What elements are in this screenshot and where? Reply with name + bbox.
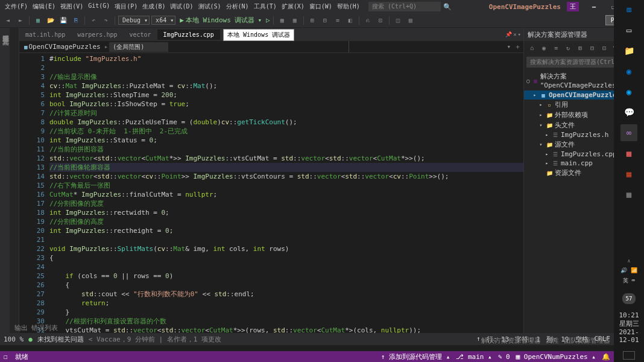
zoom-level[interactable]: 100 %	[4, 335, 24, 343]
bottom-bar: ☐ 就绪 ↑ 添加到源代码管理 ▴ ⎇ main ▴ ✎ 0 ▦ OpenCVN…	[0, 351, 614, 362]
edge2-icon[interactable]: ◉	[620, 83, 637, 100]
ppt-icon[interactable]: ▦	[620, 165, 637, 182]
edge-icon[interactable]: ◉	[620, 63, 637, 80]
notification-count[interactable]: 57	[622, 293, 636, 304]
open-icon[interactable]: 📂	[45, 15, 56, 26]
tab-vector[interactable]: vector	[123, 30, 157, 40]
tb-icon[interactable]: ▦	[277, 15, 288, 26]
menu-编辑(E)[interactable]: 编辑(E)	[30, 1, 58, 12]
saveall-icon[interactable]: ⎘	[71, 15, 81, 26]
menu-测试(S)[interactable]: 测试(S)	[196, 1, 224, 12]
tb-icon[interactable]: ◫	[393, 15, 403, 26]
close-tab-icon[interactable]: ✕	[513, 31, 516, 37]
search-box[interactable]: 搜索 (Ctrl+Q)	[368, 2, 441, 11]
tb-icon[interactable]: ⊞	[307, 15, 318, 26]
tool-icon[interactable]: ⊟	[587, 42, 598, 53]
menu-扩展(X)[interactable]: 扩展(X)	[279, 1, 307, 12]
code-editor[interactable]: 1234567891011121314151617181920212223242…	[19, 53, 523, 334]
run-button[interactable]: ▶本地 Windows 调试器▾	[177, 15, 264, 25]
tool-icon[interactable]: ⊞	[575, 42, 586, 53]
vs-icon[interactable]: ∞	[620, 124, 637, 141]
minimize-button[interactable]: ━	[585, 4, 603, 10]
menu-调试(D)[interactable]: 调试(D)	[168, 1, 195, 12]
tb-icon[interactable]: ⊟	[320, 15, 330, 26]
notif-icon[interactable]	[623, 351, 635, 360]
platform-dropdown[interactable]: x64	[151, 16, 175, 25]
tab-ImgPuzzles.cpp[interactable]: ImgPuzzles.cpp	[157, 30, 220, 40]
tb-icon[interactable]: ▦	[289, 15, 300, 26]
bc-dropdown-icon[interactable]: ▾	[507, 43, 511, 51]
clock[interactable]: 10:21 星期三 2021-12-01	[614, 308, 644, 348]
tool-icon[interactable]: ◉	[538, 42, 549, 53]
tb-icon[interactable]: ⎌	[362, 15, 373, 26]
left-toolwindow-tabs[interactable]: 服务器资源管理工具箱	[0, 28, 10, 334]
ready-icon: ☐	[4, 353, 8, 361]
output-tab[interactable]: 输出	[14, 323, 28, 334]
back-icon[interactable]: ◄	[2, 15, 13, 26]
tb-icon[interactable]: ≡	[332, 15, 343, 26]
repo-icon[interactable]: ⎇ main ▴	[456, 353, 491, 361]
bc-scope-dropdown[interactable]: (全局范围)	[109, 42, 168, 52]
menu-生成(B)[interactable]: 生成(B)	[140, 1, 168, 12]
menu-文件(F)[interactable]: 文件(F)	[2, 1, 30, 12]
menu-工具(T)[interactable]: 工具(T)	[251, 1, 279, 12]
app-icon[interactable]: ▦	[620, 186, 637, 203]
run-noDebug-icon[interactable]: ▷	[266, 16, 270, 24]
menu-帮助(H)[interactable]: 帮助(H)	[335, 1, 362, 12]
home-icon[interactable]: ⌂	[526, 42, 537, 53]
windows-taskbar: ⊞ ▭ 📁 ◉ ◉ 💬 ∞ ▦ ▦ ▦ ∧ 🔊 📶 英 ⌨ 57 10:21 星…	[614, 0, 644, 362]
breadcrumb: ▦OpenCVImagePuzzles ▸ (全局范围) ▾ ＋	[19, 41, 523, 53]
dropdown-icon[interactable]: ▾	[518, 31, 521, 37]
wechat-icon[interactable]: 💬	[620, 104, 637, 121]
collapsed-panel[interactable]	[10, 28, 19, 334]
redo-icon[interactable]: ↷	[101, 15, 112, 26]
repo-name[interactable]: ▦ OpenCVNumPuzzles ▴	[516, 353, 596, 361]
rtab[interactable]: 属性	[546, 336, 559, 345]
toolbar: ◄ ► ▦ 📂 💾 ⎘ ↶ ↷ Debug x64 ▶本地 Windows 调试…	[0, 13, 644, 28]
tb-icon[interactable]: ▧	[405, 15, 416, 26]
rtab[interactable]: 解决方案资源管理器	[481, 336, 541, 345]
tooltip: 本地 Windows 调试器	[223, 29, 294, 41]
explorer-icon[interactable]: 📁	[620, 42, 637, 59]
user-badge[interactable]: 王	[567, 2, 579, 11]
bc-project[interactable]: ▦OpenCVImagePuzzles	[22, 42, 103, 51]
title-bar: 文件(F)编辑(E)视图(V)Git(G)项目(P)生成(B)调试(D)测试(S…	[0, 0, 644, 13]
rtab[interactable]: 团队资源管理器	[564, 336, 610, 345]
taskview-icon[interactable]: ▭	[620, 22, 637, 39]
new-icon[interactable]: ▦	[33, 15, 43, 26]
menu-窗口(W)[interactable]: 窗口(W)	[307, 1, 335, 12]
search-icon[interactable]: 🔍	[443, 3, 452, 11]
pin-icon[interactable]: 📌	[505, 31, 512, 37]
win-start-icon[interactable]: ⊞	[620, 1, 637, 18]
errors-tab[interactable]: 错误列表	[31, 323, 58, 334]
tool-icon[interactable]: ≡	[551, 42, 561, 53]
save-icon[interactable]: 💾	[58, 15, 69, 26]
menu-项目(P)[interactable]: 项目(P)	[112, 1, 140, 12]
app-icon[interactable]: ▦	[620, 145, 637, 162]
menu-分析(N)[interactable]: 分析(N)	[224, 1, 251, 12]
undo-icon[interactable]: ↶	[88, 15, 99, 26]
tb-icon[interactable]: ⊡	[375, 15, 386, 26]
bell-icon[interactable]: 🔔	[602, 353, 610, 361]
project-name: OpenCVImagePuzzles	[489, 3, 561, 11]
menu-Git(G)[interactable]: Git(G)	[86, 1, 112, 12]
menu-视图(V)[interactable]: 视图(V)	[58, 1, 86, 12]
config-dropdown[interactable]: Debug	[118, 16, 150, 25]
tab-mat.inl.hpp[interactable]: mat.inl.hpp	[19, 30, 71, 40]
forward-icon[interactable]: ►	[15, 15, 26, 26]
tb-icon[interactable]: ◧	[345, 15, 356, 26]
tool-icon[interactable]: ⊡	[599, 42, 610, 53]
tab-warpers.hpp[interactable]: warpers.hpp	[71, 30, 123, 40]
refresh-icon[interactable]: ↻	[563, 42, 573, 53]
add-icon[interactable]: ＋	[514, 42, 521, 51]
